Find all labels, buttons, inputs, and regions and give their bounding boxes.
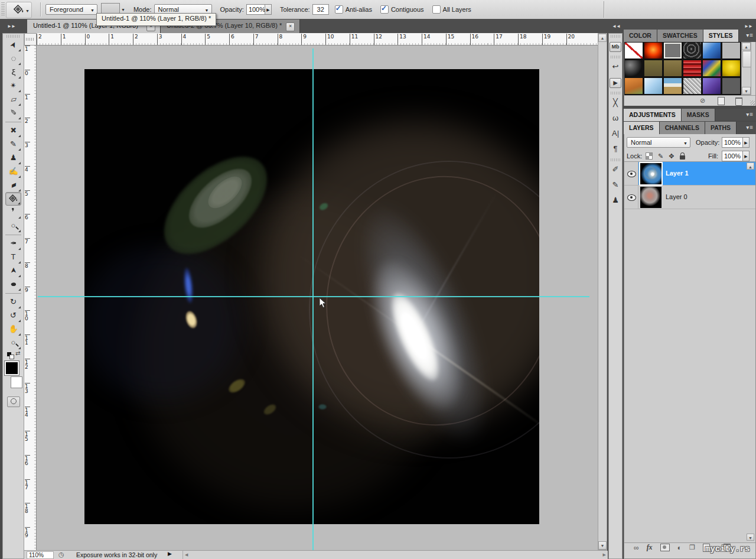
clone-stamp-tool[interactable]: ♟ xyxy=(5,151,21,165)
tab-adjustments[interactable]: ADJUSTMENTS xyxy=(624,109,682,121)
landscape-style[interactable] xyxy=(663,77,682,95)
noise-style[interactable] xyxy=(683,77,702,95)
layer-visibility-toggle[interactable] xyxy=(624,162,638,185)
fill-field[interactable]: 100% xyxy=(722,151,743,161)
layer-row-layer-0[interactable]: Layer 0 xyxy=(624,186,755,209)
zoom-level-field[interactable]: 110% xyxy=(27,551,54,559)
tab-channels[interactable]: CHANNELS xyxy=(660,122,705,134)
3d-rotate-tool[interactable]: ↻ xyxy=(5,295,21,309)
red-stripes-style[interactable] xyxy=(683,60,702,77)
layer-thumbnail[interactable] xyxy=(640,187,662,208)
eye-icon[interactable] xyxy=(627,171,636,177)
eye-icon[interactable] xyxy=(627,194,636,201)
opacity-slider-button[interactable]: ▶ xyxy=(265,4,272,15)
document-vertical-scrollbar[interactable]: ▲ ▼ xyxy=(598,33,607,550)
quick-mask-button[interactable] xyxy=(7,396,20,407)
layer-name[interactable]: Layer 1 xyxy=(666,170,689,177)
scroll-down-icon[interactable]: ▼ xyxy=(598,541,607,550)
link-layers-icon[interactable]: ∞ xyxy=(634,544,639,552)
tab-swatches[interactable]: SWATCHES xyxy=(657,30,703,42)
layer-name[interactable]: Layer 0 xyxy=(666,193,687,200)
eraser-tool[interactable]: ▰ xyxy=(5,178,21,192)
lasso-tool[interactable]: ξ xyxy=(5,66,21,79)
tool-presets-panel-icon[interactable]: ╳ xyxy=(609,96,622,111)
chrome-stripes-style[interactable] xyxy=(702,60,721,77)
no-style[interactable] xyxy=(624,42,643,59)
lock-all-icon[interactable] xyxy=(680,155,685,160)
checkbox-box[interactable]: ✓ xyxy=(335,5,343,14)
history-brush-tool[interactable]: ✍ xyxy=(5,165,21,178)
current-tool-button[interactable]: ▼ xyxy=(6,2,32,18)
dock-grip[interactable] xyxy=(611,35,620,38)
layers-opacity-field[interactable]: 100% xyxy=(722,137,743,148)
scroll-right-icon[interactable]: ▶ xyxy=(603,552,606,557)
open-book-panel-icon[interactable]: ω xyxy=(609,111,622,126)
mini-bridge-panel-icon[interactable]: Mb xyxy=(609,39,622,54)
canvas-viewport[interactable] xyxy=(37,46,598,550)
layer-effects-icon[interactable]: fx xyxy=(647,543,653,551)
close-icon[interactable]: × xyxy=(286,22,295,31)
expand-dock-icon[interactable]: ►► xyxy=(744,24,752,29)
tab-paths[interactable]: PATHS xyxy=(705,122,737,134)
blue-gloss-style[interactable] xyxy=(702,42,721,59)
panel-resize-grip[interactable] xyxy=(750,100,755,105)
new-group-icon[interactable]: ❐ xyxy=(689,544,695,551)
lock-transparency-icon[interactable] xyxy=(646,152,653,160)
blue-glass-style[interactable] xyxy=(644,77,663,95)
scroll-down-icon[interactable]: ▼ xyxy=(747,534,754,541)
light-gray-style[interactable] xyxy=(722,42,741,59)
document-horizontal-scrollbar[interactable]: ◀ ▶ xyxy=(183,551,608,559)
actions-panel-icon[interactable]: ▶ xyxy=(609,75,622,90)
horizontal-ruler[interactable]: 2101234567891011121314151617181920 xyxy=(37,33,598,46)
foreground-color-swatch[interactable] xyxy=(5,361,19,375)
lock-paint-icon[interactable]: ✎ xyxy=(658,152,663,160)
horizontal-guide[interactable] xyxy=(38,296,589,297)
scroll-down-icon[interactable]: ▼ xyxy=(742,87,751,95)
blur-tool[interactable]: ❜ xyxy=(5,206,21,219)
magic-wand-tool[interactable]: ✴ xyxy=(5,79,21,93)
hand-tool[interactable]: ✋ xyxy=(5,323,21,336)
panel-menu-icon[interactable]: ▾≡ xyxy=(746,124,754,131)
dark-rings-style[interactable] xyxy=(683,42,702,59)
purple-3d-style[interactable] xyxy=(702,77,721,95)
status-menu-arrow[interactable]: ▶ xyxy=(168,551,172,557)
crop-tool[interactable]: ▱ xyxy=(5,93,21,106)
lock-position-icon[interactable]: ✥ xyxy=(669,152,674,160)
layer-visibility-toggle[interactable] xyxy=(624,186,638,209)
brush-panel-icon[interactable]: ✎ xyxy=(609,178,622,193)
spot-healing-brush-tool[interactable]: ✚ xyxy=(5,124,21,138)
paragraph-panel-icon[interactable]: ¶ xyxy=(609,142,622,157)
panel-menu-icon[interactable]: ▾≡ xyxy=(746,32,754,38)
gray-flat-style[interactable] xyxy=(663,42,682,59)
orange-gradient-style[interactable] xyxy=(624,77,643,95)
red-glow-style[interactable] xyxy=(644,42,663,59)
type-tool[interactable]: T xyxy=(5,251,21,264)
brush-tool[interactable]: ✎ xyxy=(5,138,21,151)
fill-slider-button[interactable]: ▶ xyxy=(743,151,750,161)
dark-radial-style[interactable] xyxy=(624,60,643,77)
checkbox-anti-alias[interactable]: ✓Anti-alias xyxy=(335,5,372,14)
fill-source-dropdown[interactable]: Foreground ▼ xyxy=(45,4,97,15)
dodge-tool[interactable]: ○ xyxy=(5,219,21,233)
tab-overflow-chevron-icon[interactable]: ►► xyxy=(7,24,15,29)
pen-tool[interactable]: ✒ xyxy=(5,237,21,251)
tolerance-field[interactable]: 32 xyxy=(312,4,329,15)
adjustment-layer-icon[interactable]: ◐ xyxy=(677,544,682,552)
elliptical-marquee-tool[interactable]: ◌ xyxy=(5,52,21,66)
tab-color[interactable]: COLOR xyxy=(624,30,657,42)
3d-orbit-tool[interactable]: ↺ xyxy=(5,309,21,323)
brush-presets-panel-icon[interactable]: ✐ xyxy=(609,162,622,178)
clone-source-panel-icon[interactable]: ♟ xyxy=(609,193,622,209)
zoom-tool[interactable]: ○ xyxy=(5,336,21,350)
dark-gray-style[interactable] xyxy=(722,77,741,95)
scroll-up-icon[interactable]: ▲ xyxy=(598,34,607,42)
ruler-origin-corner[interactable] xyxy=(24,33,37,46)
scroll-up-icon[interactable]: ▲ xyxy=(747,162,754,170)
tab-masks[interactable]: MASKS xyxy=(682,109,715,121)
layer-thumbnail[interactable] xyxy=(640,163,662,184)
pattern-picker-arrow[interactable]: ▼ xyxy=(121,8,125,12)
checkbox-contiguous[interactable]: ✓Contiguous xyxy=(380,5,424,14)
history-panel-icon[interactable]: ↩ xyxy=(609,60,622,75)
tab-layers[interactable]: LAYERS xyxy=(624,122,660,134)
opacity-slider-button[interactable]: ▶ xyxy=(743,137,750,148)
